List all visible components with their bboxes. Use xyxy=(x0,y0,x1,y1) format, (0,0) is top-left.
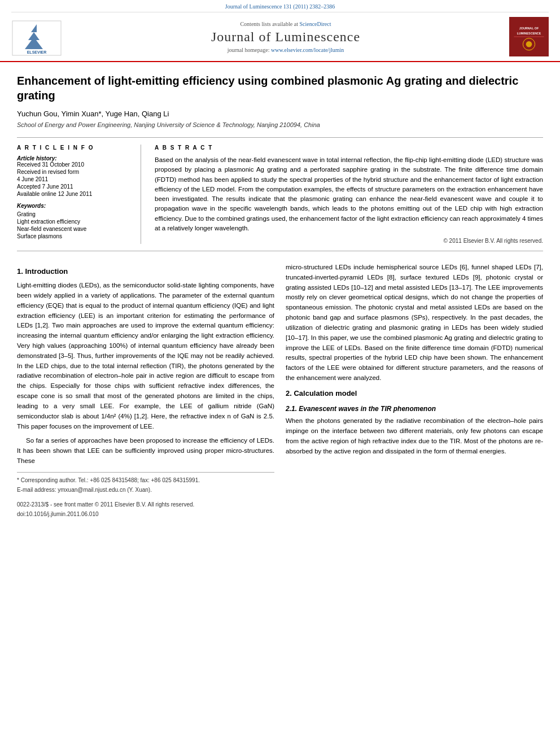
homepage-line: journal homepage: www.elsevier.com/locat… xyxy=(62,47,509,53)
available-online: Available online 12 June 2011 xyxy=(17,191,132,197)
footnote-area: * Corresponding author. Tel.: +86 025 84… xyxy=(17,472,274,519)
luminescence-logo: JOURNAL OF LUMINESCENCE xyxy=(509,17,549,56)
keyword-3: Near-field evanescent wave xyxy=(17,226,132,232)
keyword-4: Surface plasmons xyxy=(17,233,132,239)
affiliation: School of Energy and Power Engineering, … xyxy=(17,121,543,128)
homepage-link[interactable]: www.elsevier.com/locate/jlumin xyxy=(271,47,344,53)
journal-title-center: Contents lists available at ScienceDirec… xyxy=(62,21,509,53)
section2-sub-heading: 2.1. Evanescent waves in the TIR phenome… xyxy=(286,404,543,414)
section2-heading-text: 2. Calculation model xyxy=(286,389,357,397)
intro-para-2: So far a series of approaches have been … xyxy=(17,436,274,466)
article-title: Enhancement of light-emitting efficiency… xyxy=(17,73,543,103)
received-date: Received 31 October 2010 xyxy=(17,161,132,168)
keywords-label: Keywords: xyxy=(17,203,132,209)
journal-top-bar: Journal of Luminescence 131 (2011) 2382–… xyxy=(11,3,549,12)
info-abstract-row: A R T I C L E I N F O Article history: R… xyxy=(17,137,543,251)
svg-text:ELSEVIER: ELSEVIER xyxy=(27,50,47,54)
abstract-copyright: © 2011 Elsevier B.V. All rights reserved… xyxy=(155,238,543,244)
keyword-2: Light extraction efficiency xyxy=(17,219,132,225)
abstract-section: A B S T R A C T Based on the analysis of… xyxy=(152,145,543,244)
col-right: micro-structured LEDs include hemispheri… xyxy=(286,263,543,520)
intro-para-right-1: micro-structured LEDs include hemispheri… xyxy=(286,263,543,383)
intro-para-1: Light-emitting diodes (LEDs), as the sem… xyxy=(17,281,274,431)
footnote-doi: doi:10.1016/j.jlumin.2011.06.010 xyxy=(17,510,274,519)
svg-point-9 xyxy=(526,41,532,47)
contents-line: Contents lists available at ScienceDirec… xyxy=(62,21,509,27)
journal-citation: Journal of Luminescence 131 (2011) 2382–… xyxy=(225,3,335,10)
revised-date: 4 June 2011 xyxy=(17,176,132,182)
svg-text:LUMINESCENCE: LUMINESCENCE xyxy=(517,32,541,35)
authors-text: Yuchun Gou, Yimin Xuan*, Yuge Han, Qiang… xyxy=(17,110,169,118)
journal-title-text: Journal of Luminescence xyxy=(62,29,509,45)
body-two-col: 1. Introduction Light-emitting diodes (L… xyxy=(17,263,543,520)
header-content: ELSEVIER Contents lists available at Sci… xyxy=(0,12,560,61)
sciencedirect-link[interactable]: ScienceDirect xyxy=(299,21,331,27)
section2-heading: 2. Calculation model xyxy=(286,388,543,399)
elsevier-logo: ELSEVIER xyxy=(11,20,62,54)
col-left: 1. Introduction Light-emitting diodes (L… xyxy=(17,263,274,520)
history-label: Article history: xyxy=(17,155,132,161)
received-revised-label: Received in revised form xyxy=(17,169,132,175)
journal-header: Journal of Luminescence 131 (2011) 2382–… xyxy=(0,0,560,62)
authors-line: Yuchun Gou, Yimin Xuan*, Yuge Han, Qiang… xyxy=(17,110,543,118)
article-info-title: A R T I C L E I N F O xyxy=(17,145,132,151)
abstract-text: Based on the analysis of the near-field … xyxy=(155,155,543,233)
footnote-email: E-mail address: ymxuan@mail.njust.edu.cn… xyxy=(17,486,274,495)
abstract-title: A B S T R A C T xyxy=(155,145,543,151)
keyword-1: Grating xyxy=(17,211,132,217)
accepted-date: Accepted 7 June 2011 xyxy=(17,184,132,190)
svg-text:JOURNAL OF: JOURNAL OF xyxy=(519,27,539,30)
section1-heading-text: 1. Introduction xyxy=(17,267,68,276)
section1-heading: 1. Introduction xyxy=(17,266,274,277)
section2-para-1: When the photons generated by the radiat… xyxy=(286,416,543,456)
footnote-corresponding: * Corresponding author. Tel.: +86 025 84… xyxy=(17,476,274,485)
article-info: A R T I C L E I N F O Article history: R… xyxy=(17,145,141,244)
main-content: Enhancement of light-emitting efficiency… xyxy=(0,62,560,531)
footnote-issn: 0022-2313/$ - see front matter © 2011 El… xyxy=(17,500,274,509)
